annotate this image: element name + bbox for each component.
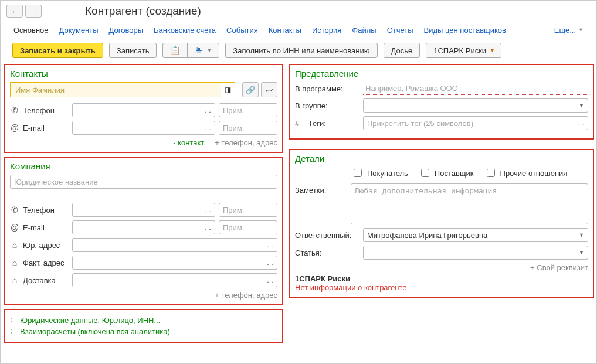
add-requisite-link[interactable]: + Свой реквизит <box>295 263 588 272</box>
spark-risks-button[interactable]: 1СПАРК Риски ▼ <box>426 43 501 58</box>
link-contact-button[interactable]: 🔗 <box>242 82 259 97</box>
dossier-button[interactable]: Досье <box>384 43 420 58</box>
in-program-input[interactable] <box>363 82 588 95</box>
legal-data-expander[interactable]: 〉Юридические данные: Юр.лицо, ИНН... <box>10 316 277 325</box>
company-fact-addr-input[interactable] <box>72 256 266 270</box>
spark-no-info-link[interactable]: Нет информации о контрагенте <box>295 283 407 292</box>
tab-documents[interactable]: Документы <box>59 26 99 35</box>
spark-section-title: 1СПАРК Риски <box>295 274 588 283</box>
tab-more-label: Еще... <box>554 26 576 35</box>
details-panel: Детали Покупатель Поставщик Прочие отнош… <box>289 149 594 298</box>
nav-back-button[interactable]: ← <box>6 5 23 18</box>
supplier-checkbox-input[interactable] <box>421 169 429 177</box>
tags-input[interactable] <box>363 116 577 130</box>
save-button[interactable]: Записать <box>109 43 157 58</box>
buyer-checkbox-input[interactable] <box>354 169 362 177</box>
company-name-input[interactable] <box>10 175 277 189</box>
notes-textarea[interactable] <box>351 183 588 224</box>
contact-email-ellipsis[interactable]: … <box>201 121 215 135</box>
article-input[interactable] <box>363 246 576 260</box>
save-close-button[interactable]: Записать и закрыть <box>12 43 103 58</box>
company-delivery-input[interactable] <box>72 273 266 287</box>
chevron-down-icon: ▼ <box>490 47 495 53</box>
article-label: Статья: <box>295 249 359 257</box>
company-title: Компания <box>10 161 277 171</box>
add-phone-address-link[interactable]: + телефон, адрес <box>215 138 277 147</box>
contact-email-note[interactable] <box>219 121 277 135</box>
buyer-checkbox[interactable]: Покупатель <box>351 167 408 179</box>
contact-phone-note[interactable] <box>219 103 277 117</box>
company-phone-label: Телефон <box>23 206 55 215</box>
link-icon: 🔗 <box>246 86 255 94</box>
company-jur-addr-label: Юр. адрес <box>23 241 60 250</box>
legal-data-label: Юридические данные: Юр.лицо, ИНН... <box>20 316 160 325</box>
company-email-ellipsis[interactable]: … <box>201 220 215 234</box>
supplier-checkbox[interactable]: Поставщик <box>419 167 474 179</box>
other-rel-label: Прочие отношения <box>500 169 568 178</box>
in-program-label: В программе: <box>295 84 359 93</box>
company-delivery-ellipsis[interactable]: … <box>263 273 277 287</box>
fill-by-inn-button[interactable]: Заполнить по ИНН или наименованию <box>225 43 377 58</box>
paste-doc-button[interactable]: 📋 <box>162 43 188 58</box>
responsible-input[interactable] <box>363 228 576 242</box>
contacts-panel: Контакты ◨ 🔗 ⮐ ✆Телефон … <box>4 64 283 153</box>
company-jur-addr-input[interactable] <box>72 238 266 252</box>
company-email-input[interactable] <box>72 220 204 234</box>
settlements-expander[interactable]: 〉Взаиморасчеты (включена вся аналитика) <box>10 327 277 336</box>
company-jur-addr-ellipsis[interactable]: … <box>263 238 277 252</box>
print-button[interactable]: 🖶▼ <box>188 43 219 58</box>
print-icon: 🖶 <box>195 46 203 55</box>
tags-label: Теги: <box>308 119 326 128</box>
page-title: Контрагент (создание) <box>85 5 201 18</box>
tab-files[interactable]: Файлы <box>352 26 376 35</box>
company-add-phone-address-link[interactable]: + телефон, адрес <box>215 291 277 300</box>
company-email-note[interactable] <box>219 220 277 234</box>
company-email-label: E-mail <box>23 223 45 232</box>
tab-bank-accounts[interactable]: Банковские счета <box>154 26 216 35</box>
email-icon: @ <box>10 123 19 132</box>
open-contact-button[interactable]: ◨ <box>221 83 235 97</box>
nav-forward-button[interactable]: → <box>25 5 42 18</box>
house-icon: ⌂ <box>10 240 19 250</box>
chevron-right-icon: 〉 <box>10 327 16 336</box>
tab-contracts[interactable]: Договоры <box>109 26 143 35</box>
unlink-icon: ⮐ <box>266 86 273 94</box>
notes-label: Заметки: <box>295 183 347 195</box>
buyer-label: Покупатель <box>367 169 408 178</box>
email-icon: @ <box>10 223 19 232</box>
company-delivery-label: Доставка <box>23 276 56 285</box>
chevron-right-icon: 〉 <box>10 316 16 325</box>
company-phone-ellipsis[interactable]: … <box>201 203 215 217</box>
responsible-label: Ответственный: <box>295 231 359 240</box>
tab-main[interactable]: Основное <box>13 26 49 35</box>
details-title: Детали <box>295 154 588 164</box>
contact-phone-ellipsis[interactable]: … <box>201 103 215 117</box>
tags-ellipsis[interactable]: … <box>574 116 588 130</box>
tab-contacts[interactable]: Контакты <box>269 26 301 35</box>
article-dropdown[interactable]: ▼ <box>575 246 588 260</box>
contact-phone-input[interactable] <box>72 103 204 117</box>
remove-contact-link[interactable]: - контакт <box>173 138 204 147</box>
phone-icon: ✆ <box>10 205 19 215</box>
unlink-contact-button[interactable]: ⮐ <box>261 82 277 97</box>
responsible-dropdown[interactable]: ▼ <box>575 228 588 242</box>
in-group-dropdown[interactable]: ▼ <box>575 98 588 113</box>
tab-history[interactable]: История <box>312 26 341 35</box>
company-phone-note[interactable] <box>219 203 277 217</box>
representation-panel: Представление В программе: В группе: ▼ #… <box>289 64 594 140</box>
tab-events[interactable]: События <box>226 26 258 35</box>
in-group-input[interactable] <box>363 98 576 113</box>
in-group-label: В группе: <box>295 101 359 110</box>
tab-price-types[interactable]: Виды цен поставщиков <box>424 26 506 35</box>
contact-name-input[interactable] <box>11 83 221 97</box>
chevron-down-icon: ▼ <box>206 47 212 53</box>
house-icon: ⌂ <box>10 275 19 285</box>
other-rel-checkbox-input[interactable] <box>487 169 495 177</box>
tab-more-button[interactable]: Еще... ▼ <box>554 26 584 35</box>
company-phone-input[interactable] <box>72 203 204 217</box>
other-rel-checkbox[interactable]: Прочие отношения <box>484 167 568 179</box>
contact-email-input[interactable] <box>72 121 204 135</box>
tab-reports[interactable]: Отчеты <box>387 26 413 35</box>
phone-icon: ✆ <box>10 106 19 115</box>
company-fact-addr-ellipsis[interactable]: … <box>263 256 277 270</box>
